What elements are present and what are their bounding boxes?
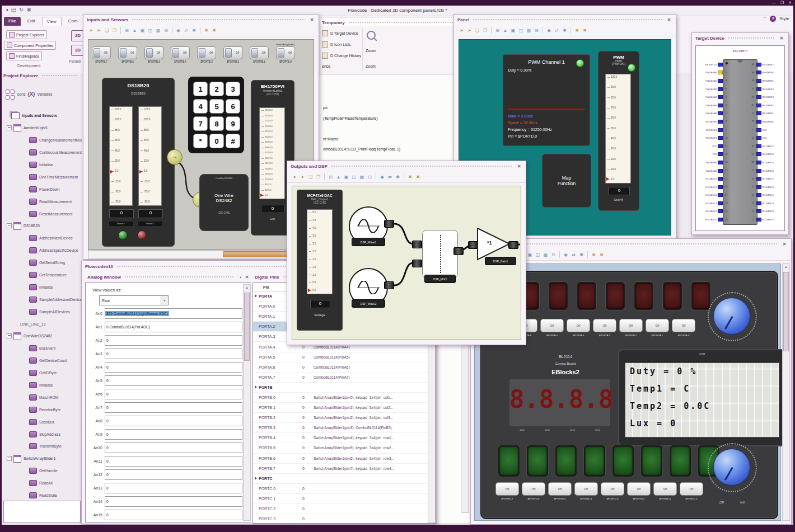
restore-button[interactable]: ❐ (780, 0, 784, 6)
analog-channel-row[interactable]: An4 0 (88, 362, 242, 372)
board-scrollbar[interactable]: ▲ (782, 263, 790, 521)
tree-item[interactable]: MatchROM (3, 391, 82, 403)
analog-channel-row[interactable]: An6 0 (88, 389, 242, 399)
toolbar-icon[interactable]: ✱ (395, 175, 401, 180)
slider-marker[interactable] (110, 170, 113, 173)
analog-value-field[interactable]: 0 (105, 375, 242, 386)
analog-value-field[interactable]: 0 (105, 389, 242, 399)
tree-item[interactable]: ReadState (3, 489, 82, 501)
toolbar-icon[interactable] (404, 173, 404, 180)
tree-item[interactable]: GetIDByte (3, 367, 82, 379)
slider-marker[interactable] (139, 170, 142, 173)
toolbar-icon[interactable]: ✖ (203, 28, 209, 33)
keypad-key[interactable]: 1 (193, 82, 208, 96)
ribbon-tab[interactable]: File (4, 17, 21, 26)
toolbar-icon[interactable]: ▦ (543, 252, 549, 257)
analog-channel-row[interactable]: An12 0 (88, 470, 242, 479)
chevron-down-icon[interactable]: ▼ (161, 296, 168, 305)
group-expander-icon[interactable] (253, 477, 259, 481)
panel-window-title[interactable]: Panel✕ (454, 15, 676, 25)
analog-value-field[interactable]: 0 (105, 469, 242, 480)
toolbar-icon[interactable] (172, 27, 172, 34)
keypad-key[interactable]: 8 (209, 116, 224, 131)
ds18b20-slider-2[interactable]: 125.0105.085.065.045.025.05.0-15.0-35.0-… (138, 106, 162, 206)
view-option[interactable]: D Icon Lists (319, 39, 361, 50)
analog-channel-row[interactable]: An10 0 (88, 443, 242, 453)
tree-item[interactable]: GetHandle (3, 465, 82, 477)
toolbar-icon[interactable]: ▣ (527, 252, 533, 257)
tree-item[interactable]: Initialise (3, 379, 82, 392)
style-button[interactable]: Style (779, 16, 789, 21)
collapse-ribbon-icon[interactable]: ⌃ (763, 16, 767, 21)
toolbar-icon[interactable]: ✱ (191, 28, 197, 33)
slider-marker[interactable] (308, 289, 311, 292)
analog-window-title[interactable]: Analog Window ▪ ✕ (84, 272, 254, 282)
target-device-title[interactable]: Target Device✕ (692, 33, 788, 43)
tree-item[interactable]: ChangeMeasurementMode (3, 134, 82, 147)
toolbar-icon[interactable]: ◆ (546, 28, 552, 33)
slider-marker[interactable] (260, 194, 263, 197)
inputs-window-title[interactable]: Inputs and Sensors✕ (83, 15, 319, 25)
toolbar-icon[interactable]: ▲ (502, 28, 508, 33)
toolbar-icon[interactable] (570, 27, 571, 34)
tree-item[interactable]: SampleAllDevices (3, 305, 82, 318)
toolbar-icon[interactable]: ➤ (292, 175, 298, 180)
group-expander-icon[interactable] (253, 294, 259, 298)
toolbar-icon[interactable]: ⊟ (550, 252, 556, 257)
toolbar-icon[interactable] (491, 27, 492, 34)
toolbar-icon[interactable]: ⊟ (534, 28, 540, 33)
mcp47x6-dac-component[interactable]: MCP47x6 DAC DAC_Output1 (I2C CH2) 5.04.5… (297, 190, 343, 331)
toolbar-icon[interactable]: ⊞ (328, 175, 334, 180)
analog-value-field[interactable]: 0 (105, 483, 242, 493)
analog-value-field[interactable]: 0 ComboBL0114(Pot ADC) (105, 322, 242, 332)
close-button[interactable]: ✕ (788, 0, 792, 6)
toolbar-icon[interactable] (587, 251, 588, 258)
toolbar-icon[interactable]: ✱ (578, 252, 584, 257)
keypad-key[interactable]: 6 (226, 99, 240, 114)
digital-pin-row[interactable]: PORTC.2 0 (253, 504, 436, 514)
toolbar-icon[interactable]: ▣ (139, 28, 146, 33)
keypad-key[interactable]: 9 (226, 116, 240, 131)
pwm-channel1-component[interactable]: PWM Channel 1 Duty = 0.00% Mark = 0.00us… (503, 54, 590, 146)
toolbar-icon[interactable]: ▦ (526, 28, 532, 33)
tree-expander-icon[interactable] (7, 333, 12, 338)
keypad-key[interactable]: 5 (209, 99, 224, 114)
port-switch-button[interactable]: Off (495, 482, 519, 496)
analog-value-field[interactable]: 0 (105, 349, 242, 359)
port-switch-button[interactable]: Off (627, 482, 651, 496)
toolbar-icon[interactable]: ✖ (415, 175, 421, 180)
toolbar-icon[interactable]: ▦ (155, 28, 161, 33)
tree-expander-icon[interactable] (7, 223, 12, 228)
dsp-gain-component[interactable] (477, 228, 512, 261)
toolbar-icon[interactable] (559, 251, 560, 258)
port-switch-button[interactable]: Off (593, 319, 616, 332)
analog-value-field[interactable]: 0 (105, 510, 242, 520)
port-switch-button[interactable]: Off (548, 482, 572, 496)
close-icon[interactable]: ✕ (666, 17, 672, 22)
tree-item[interactable]: DS18B20 (3, 220, 82, 232)
bh1750-slider[interactable]: 65536.061440.057344.053248.049152.045056… (259, 107, 285, 199)
tree-item[interactable]: OneWireDS2482 (3, 330, 82, 342)
analog-channel-row[interactable]: An5 0 (88, 376, 242, 385)
analog-channel-row[interactable]: An1 0 ComboBL0114(Pot ADC) (88, 322, 242, 332)
toolbar-icon[interactable]: ❐ (482, 28, 488, 33)
pwm-duty-slider[interactable]: 100.090.080.070.060.050.040.030.020.010.… (605, 74, 631, 183)
digital-pin-row[interactable]: PORTC.0 0 (253, 484, 436, 494)
toolbar-icon[interactable]: ❏ (474, 28, 480, 33)
digital-pin-row[interactable]: PORTA.5 0 ComboBL0114(PinA5) (253, 352, 436, 362)
tree-item[interactable]: ResetMeasurement (3, 208, 82, 220)
zoom-value-label[interactable]: Zoom (366, 64, 376, 68)
tree-item[interactable]: BusEvent (3, 342, 82, 355)
toolbar-icon[interactable]: ◆ (379, 175, 385, 180)
analog-value-field[interactable]: 0 (105, 429, 242, 440)
analog-channel-row[interactable]: An9 0 (88, 430, 242, 439)
onewire-connector[interactable]: 1W (167, 149, 183, 165)
dsp-mix-component[interactable] (422, 230, 458, 278)
tree-item[interactable]: GetTemperature (3, 269, 82, 281)
toolbar-icon[interactable]: ✖ (407, 175, 413, 180)
zoom-icon[interactable] (367, 31, 376, 40)
toolbar-icon[interactable]: ✖ (211, 28, 217, 33)
toolbar-icon[interactable]: ➤ (88, 28, 94, 33)
port-switch-button[interactable]: Off (540, 319, 564, 332)
tree-expander-icon[interactable] (7, 125, 12, 130)
